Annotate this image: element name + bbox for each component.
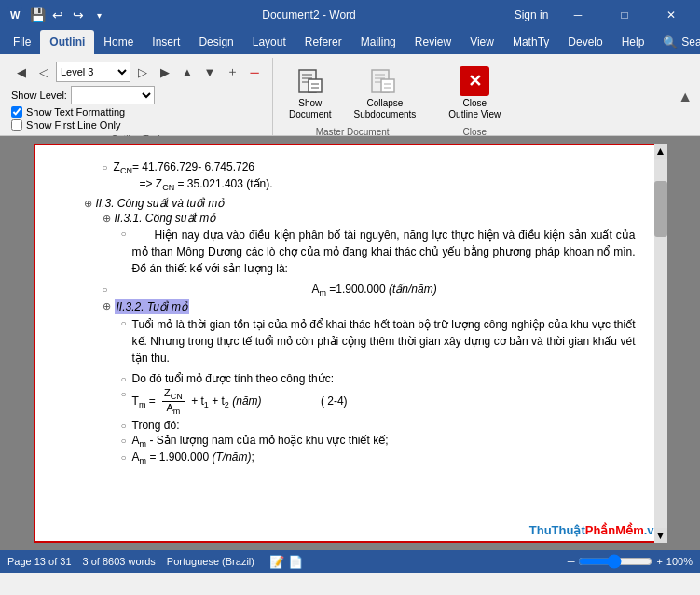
tab-home[interactable]: Home xyxy=(94,30,143,54)
show-first-line-only-row[interactable]: Show First Line Only xyxy=(11,119,265,131)
document-title: Document2 - Word xyxy=(108,8,510,21)
scroll-down-btn[interactable]: ▼ xyxy=(654,528,667,543)
view-icons: 📝 📄 xyxy=(269,555,303,569)
document-page[interactable]: ○ ZCN= 41.766.729- 6.745.726 => ZCN = 35… xyxy=(34,144,667,543)
redo-btn[interactable]: ↪ xyxy=(69,6,88,24)
show-document-icon xyxy=(295,66,325,96)
tab-outlini[interactable]: Outlini xyxy=(40,30,94,54)
vertical-scrollbar[interactable]: ▲ ▼ xyxy=(654,144,667,543)
show-text-formatting-row[interactable]: Show Text Formatting xyxy=(11,106,265,118)
page-indicator: Page 13 of 31 xyxy=(7,556,72,567)
expand-ii32-btn[interactable]: ⊕ xyxy=(103,300,111,312)
demote-btn[interactable]: ▶ xyxy=(155,62,175,81)
para-tuoimo1: ○ Tuổi mỏ là thời gian tồn tại của mỏ để… xyxy=(121,316,636,370)
edit-mode-icon[interactable]: 📝 xyxy=(269,555,284,569)
title-bar-left: W 💾 ↩ ↪ ▾ xyxy=(7,6,108,24)
tab-referer[interactable]: Referer xyxy=(295,30,351,54)
sign-in-btn[interactable]: Sign in xyxy=(510,0,553,30)
close-outline-view-btn[interactable]: ✕ CloseOutline View xyxy=(440,62,509,125)
svg-rect-6 xyxy=(309,79,322,92)
save-quick-btn[interactable]: 💾 xyxy=(28,6,47,24)
tab-review[interactable]: Review xyxy=(405,30,460,54)
quick-access-toolbar: 💾 ↩ ↪ ▾ xyxy=(28,6,108,24)
zoom-control[interactable]: ─ + 100% xyxy=(568,554,693,569)
level-select[interactable]: Level 3 xyxy=(56,62,130,82)
tab-mailing[interactable]: Mailing xyxy=(351,30,405,54)
zoom-slider[interactable] xyxy=(578,554,652,569)
move-up-btn[interactable]: ▲ xyxy=(177,62,198,81)
scroll-up-btn[interactable]: ▲ xyxy=(654,144,667,159)
formula-am: ○ Am =1.900.000 (tấn/năm) xyxy=(103,283,636,298)
show-document-btn[interactable]: ShowDocument xyxy=(281,62,340,125)
collapse-subdocuments-label: CollapseSubdocuments xyxy=(354,98,417,120)
forward-btn[interactable]: ▷ xyxy=(132,62,153,81)
tab-mathty[interactable]: MathTy xyxy=(503,30,558,54)
print-layout-icon[interactable]: 📄 xyxy=(288,555,303,569)
zoom-level: 100% xyxy=(666,556,693,567)
text-zcn1: ZCN= 41.766.729- 6.745.726 xyxy=(114,160,254,175)
expand-ii31-btn[interactable]: ⊕ xyxy=(103,213,111,225)
para-am-val: ○ Am = 1.900.000 (T/năm); xyxy=(121,450,636,465)
bullet-am: ○ xyxy=(103,284,108,295)
tab-design[interactable]: Design xyxy=(189,30,242,54)
text-am: Am =1.900.000 (tấn/năm) xyxy=(114,283,636,298)
show-document-label: ShowDocument xyxy=(289,98,332,120)
undo-btn[interactable]: ↩ xyxy=(48,6,67,24)
close-outline-view-label: CloseOutline View xyxy=(448,98,501,120)
text-ii32: II.3.2. Tuổi mỏ xyxy=(115,299,189,314)
text-ii31: II.3.1. Công suất mỏ xyxy=(115,212,216,225)
collapse-subdocuments-icon xyxy=(370,66,400,96)
heading-ii31: ⊕ II.3.1. Công suất mỏ xyxy=(103,212,636,225)
expand-btn[interactable]: ＋ xyxy=(222,62,242,81)
zoom-in-btn[interactable]: + xyxy=(656,556,662,567)
move-down-btn[interactable]: ▼ xyxy=(199,62,220,81)
formula-tm: ○ Tm = ZCN Am + t1 + t2 (năm) ( 2-4) xyxy=(121,387,636,416)
status-bar: Page 13 of 31 3 of 8603 words Portuguese… xyxy=(0,550,700,573)
window-controls: Sign in ─ □ ✕ xyxy=(510,0,693,30)
zoom-out-btn[interactable]: ─ xyxy=(568,556,575,567)
tab-help[interactable]: Help xyxy=(612,30,654,54)
tab-layout[interactable]: Layout xyxy=(243,30,295,54)
outline-nav-controls: ◀ ◁ Level 3 ▷ ▶ ▲ ▼ ＋ ─ xyxy=(11,62,265,84)
show-text-formatting-checkbox[interactable] xyxy=(11,106,22,118)
minimize-btn[interactable]: ─ xyxy=(556,0,599,30)
text-tuoimo1: Tuổi mỏ là thời gian tồn tại của mỏ để k… xyxy=(132,316,636,367)
language: Portuguese (Brazil) xyxy=(167,556,254,567)
scroll-thumb[interactable] xyxy=(654,181,667,237)
watermark: ThuThuậtPhầnMềm.vn xyxy=(529,523,662,537)
maximize-btn[interactable]: □ xyxy=(603,0,646,30)
text-trong-do: Trong đó: xyxy=(132,419,180,432)
text-tuoimo2: Do đó tuổi mỏ được tính theo công thức: xyxy=(132,372,334,385)
text-tm: Tm = ZCN Am + t1 + t2 (năm) ( 2-4) xyxy=(132,387,636,416)
bullet-am-val: ○ xyxy=(121,452,127,463)
expand-ii3-btn[interactable]: ⊕ xyxy=(84,198,92,210)
heading-ii3: ⊕ II.3. Công suất và tuổi mỏ xyxy=(84,197,636,210)
search-tab[interactable]: 🔍 Search xyxy=(653,30,700,54)
collapse-btn[interactable]: ─ xyxy=(244,62,265,81)
bullet-am-def: ○ xyxy=(121,436,127,446)
status-right: ─ + 100% xyxy=(568,554,693,569)
tab-develo[interactable]: Develo xyxy=(558,30,611,54)
tab-file[interactable]: File xyxy=(4,30,40,54)
show-first-line-only-checkbox[interactable] xyxy=(11,119,22,131)
collapse-ribbon-btn[interactable]: ▲ xyxy=(674,58,696,135)
tab-insert[interactable]: Insert xyxy=(143,30,189,54)
svg-text:W: W xyxy=(10,9,21,21)
text-am-val: Am = 1.900.000 (T/năm); xyxy=(132,450,254,465)
collapse-subdocuments-btn[interactable]: CollapseSubdocuments xyxy=(346,62,425,125)
ribbon-tabs: File Outlini Home Insert Design Layout R… xyxy=(0,30,700,54)
bullet-congsuatmo: ○ xyxy=(121,228,127,239)
show-level-select[interactable] xyxy=(71,86,155,104)
bullet-tuoimo2: ○ xyxy=(121,374,127,384)
close-btn[interactable]: ✕ xyxy=(650,0,693,30)
tab-view[interactable]: View xyxy=(460,30,503,54)
text-ii3: II.3. Công suất và tuổi mỏ xyxy=(96,197,225,210)
master-document-group: ShowDocument CollapseSubdocuments Master… xyxy=(273,58,432,135)
promote-btn[interactable]: ◀ xyxy=(11,62,32,81)
bullet-trong-do: ○ xyxy=(121,421,127,431)
line-zcn2: => ZCN = 35.021.403 (tấn). xyxy=(140,177,636,192)
customize-btn[interactable]: ▾ xyxy=(89,6,108,24)
back-btn[interactable]: ◁ xyxy=(34,62,54,81)
show-level-row: Show Level: xyxy=(11,86,265,104)
word-icon: W xyxy=(7,7,22,22)
